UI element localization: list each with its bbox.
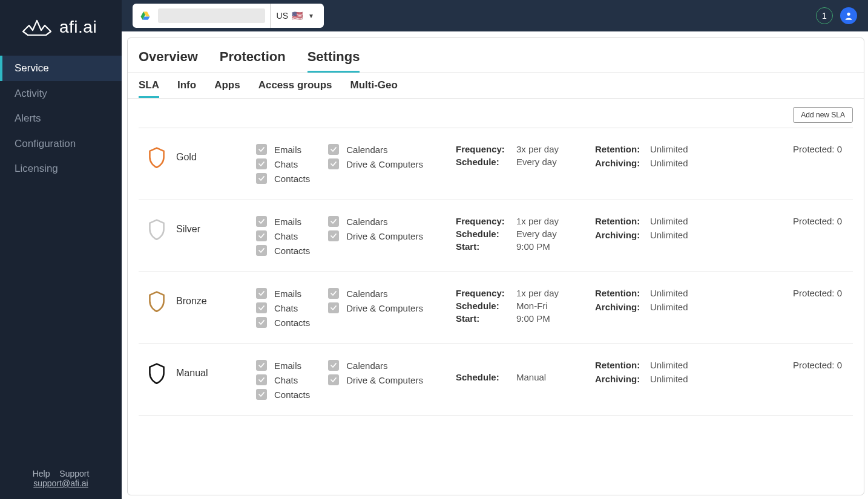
topbar: US 🇺🇸 ▾ 1 [122,0,868,31]
sidebar: afi.ai Service Activity Alerts Configura… [0,0,122,499]
subtab-sla[interactable]: SLA [139,79,159,98]
checkbox-checked-icon [328,230,339,241]
checkbox-label: Calendars [346,289,387,299]
sidebar-nav: Service Activity Alerts Configuration Li… [0,56,122,469]
checkbox-checked-icon [256,158,267,169]
tab-protection[interactable]: Protection [220,49,286,73]
brand-text: afi.ai [59,18,97,37]
sla-protected-cell: Protected: 0 [734,216,847,226]
subtab-apps[interactable]: Apps [214,79,240,98]
checkbox-checked-icon [328,288,339,299]
checkbox-label: Drive & Computers [346,159,423,169]
checkbox-label: Drive & Computers [346,375,423,385]
checkbox-item: Chats [256,374,310,385]
sidebar-item-alerts[interactable]: Alerts [0,106,122,131]
checkbox-item: Drive & Computers [328,158,423,169]
primary-tabs: Overview Protection Settings [128,38,864,73]
sla-apps-cell: EmailsChatsContactsCalendarsDrive & Comp… [256,288,456,328]
checkbox-label: Chats [274,231,298,241]
sla-retention-cell: Retention:UnlimitedArchiving:Unlimited [595,288,734,316]
sla-schedule-cell: Frequency:3x per daySchedule:Every day [456,144,595,169]
sla-name: Gold [176,152,197,163]
checkbox-checked-icon [256,173,267,184]
user-icon [844,11,853,21]
sidebar-item-configuration[interactable]: Configuration [0,131,122,157]
sla-name-cell: Silver [147,216,256,240]
sla-row[interactable]: ManualEmailsChatsContactsCalendarsDrive … [139,344,853,416]
checkbox-item: Chats [256,230,310,241]
subtab-access-groups[interactable]: Access groups [258,79,332,98]
sla-name-cell: Gold [147,144,256,168]
sla-schedule-cell: Schedule:Manual [456,360,595,385]
checkbox-label: Calendars [346,217,387,227]
notifications-badge[interactable]: 1 [816,7,833,24]
checkbox-item: Calendars [328,144,423,155]
shield-icon [147,362,166,384]
checkbox-checked-icon [256,245,267,256]
checkbox-item: Contacts [256,317,310,328]
sla-apps-cell: EmailsChatsContactsCalendarsDrive & Comp… [256,360,456,400]
checkbox-checked-icon [328,158,339,169]
checkbox-item: Drive & Computers [328,230,423,241]
crown-icon [21,17,53,38]
sla-row[interactable]: BronzeEmailsChatsContactsCalendarsDrive … [139,272,853,344]
svg-point-0 [847,13,850,16]
sla-name: Bronze [176,296,207,307]
user-avatar[interactable] [840,7,857,24]
sla-protected-cell: Protected: 0 [734,288,847,298]
sla-retention-cell: Retention:UnlimitedArchiving:Unlimited [595,216,734,244]
protected-label: Protected: 0 [793,288,842,298]
region-code: US [277,11,288,21]
checkbox-label: Drive & Computers [346,231,423,241]
subtab-multi-geo[interactable]: Multi-Geo [350,79,398,98]
checkbox-item: Contacts [256,389,310,400]
tab-settings[interactable]: Settings [307,49,360,73]
shield-icon [147,146,166,168]
sla-name: Manual [176,368,208,379]
checkbox-label: Calendars [346,145,387,155]
sla-list: GoldEmailsChatsContactsCalendarsDrive & … [139,128,853,416]
checkbox-checked-icon [256,374,267,385]
tenant-name-redacted [158,8,265,23]
protected-label: Protected: 0 [793,216,842,226]
subtab-info[interactable]: Info [177,79,196,98]
checkbox-label: Contacts [274,318,310,328]
checkbox-label: Calendars [346,360,387,371]
region-selector[interactable]: US 🇺🇸 ▾ [270,4,319,28]
tenant-selector[interactable]: US 🇺🇸 ▾ [133,4,324,28]
checkbox-label: Emails [274,360,301,371]
chevron-down-icon: ▾ [309,11,313,20]
checkbox-label: Emails [274,145,301,155]
shield-icon [147,290,166,312]
shield-icon [147,218,166,240]
sla-retention-cell: Retention:UnlimitedArchiving:Unlimited [595,144,734,172]
footer-help-link[interactable]: Help [33,469,50,478]
us-flag-icon: 🇺🇸 [292,10,303,21]
brand-logo: afi.ai [0,0,122,51]
checkbox-item: Calendars [328,360,423,371]
content-area: Add new SLA GoldEmailsChatsContactsCalen… [128,99,864,428]
checkbox-label: Contacts [274,174,310,184]
protected-label: Protected: 0 [793,360,842,370]
footer-email-link[interactable]: support@afi.ai [33,478,88,488]
add-new-sla-button[interactable]: Add new SLA [793,107,853,123]
footer-support-link[interactable]: Support [59,469,89,478]
checkbox-item: Calendars [328,216,423,227]
sidebar-item-activity[interactable]: Activity [0,81,122,106]
checkbox-checked-icon [256,360,267,371]
sla-name-cell: Manual [147,360,256,384]
sla-row[interactable]: SilverEmailsChatsContactsCalendarsDrive … [139,200,853,272]
checkbox-item: Emails [256,144,310,155]
checkbox-checked-icon [256,230,267,241]
sidebar-item-service[interactable]: Service [0,56,122,81]
sla-row[interactable]: GoldEmailsChatsContactsCalendarsDrive & … [139,128,853,200]
checkbox-label: Chats [274,159,298,169]
checkbox-item: Chats [256,158,310,169]
sla-toolbar: Add new SLA [139,107,853,123]
sla-apps-cell: EmailsChatsContactsCalendarsDrive & Comp… [256,216,456,256]
checkbox-label: Chats [274,303,298,313]
sidebar-item-licensing[interactable]: Licensing [0,156,122,181]
tab-overview[interactable]: Overview [139,49,198,73]
checkbox-label: Chats [274,375,298,385]
checkbox-item: Emails [256,360,310,371]
